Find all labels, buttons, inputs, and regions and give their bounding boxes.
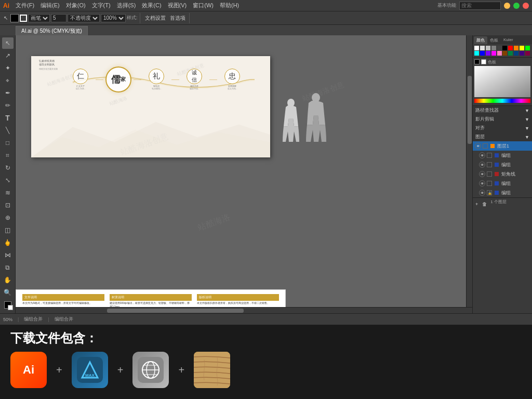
pencil-tool[interactable]: ✏	[2, 100, 14, 111]
layer-lock-icon-1[interactable]	[483, 143, 488, 149]
pen-tool[interactable]: ✒	[2, 87, 14, 99]
swatch-purple[interactable]	[520, 51, 524, 56]
layer-row-6[interactable]: 👁 🔒 编组	[473, 188, 532, 197]
stroke-color-btn[interactable]	[20, 15, 27, 22]
hand-tool[interactable]: ✋	[2, 274, 14, 286]
delete-layer-btn[interactable]: 🗑	[481, 199, 488, 209]
h-scroll-thumb[interactable]	[107, 309, 244, 313]
layer-lock-icon-5[interactable]	[487, 181, 492, 186]
align-header[interactable]: 对齐 ▼	[473, 124, 532, 132]
selection-tool[interactable]: ↖	[2, 37, 14, 49]
swatch-white[interactable]	[474, 46, 479, 50]
vertical-scrollbar[interactable]	[466, 35, 472, 307]
swatch-darkgray[interactable]	[497, 46, 502, 50]
menu-help[interactable]: 帮助(H)	[220, 2, 239, 9]
swatch-pink[interactable]	[497, 51, 502, 56]
eyedropper-tool[interactable]: 🖕	[2, 237, 14, 248]
swatch-brown[interactable]	[502, 51, 507, 56]
doc-setup-btn[interactable]: 文档设置	[143, 13, 167, 23]
layer-lock-icon-4[interactable]	[487, 171, 492, 177]
canvas-area[interactable]: 弘扬传统美德 倡导文明新风 传统文化主题文化墙 仁 仁义天下 以仁为	[16, 35, 472, 313]
new-layer-btn[interactable]: +	[474, 199, 480, 209]
swatch-lightgray[interactable]	[480, 46, 485, 50]
swatch-blue[interactable]	[480, 51, 485, 56]
menu-view[interactable]: 视图(V)	[168, 2, 187, 9]
rect-tool[interactable]: □	[2, 137, 14, 149]
layer-eye-icon-4[interactable]: 👁	[479, 171, 485, 177]
line-tool[interactable]: ╲	[2, 125, 14, 136]
maximize-button[interactable]	[513, 3, 520, 9]
gradient-picker[interactable]	[474, 66, 530, 97]
warp-tool[interactable]: ≋	[2, 187, 14, 198]
rotate-tool[interactable]: ↻	[2, 162, 14, 174]
brush-tool[interactable]: ⌗	[2, 150, 14, 161]
layer-row-5[interactable]: 👁 编组	[473, 179, 532, 188]
stroke-width-input[interactable]	[51, 14, 66, 22]
layer-row-4[interactable]: 👁 矩角线	[473, 169, 532, 179]
swatch-red[interactable]	[508, 46, 513, 50]
select-tool-btn[interactable]: ↖	[2, 13, 9, 23]
hue-slider[interactable]	[474, 99, 530, 103]
swatch-violet[interactable]	[486, 51, 490, 56]
mode-select[interactable]: 不透明度	[68, 14, 100, 22]
swatch-silver[interactable]	[486, 46, 490, 50]
layer-eye-icon-2[interactable]: 👁	[479, 152, 485, 158]
swatch-gray[interactable]	[491, 46, 496, 50]
layer-eye-icon-5[interactable]: 👁	[479, 180, 485, 187]
stroke-select[interactable]: 画笔	[28, 14, 50, 22]
swatches-tab[interactable]: 色板	[487, 36, 501, 44]
swatch-darkred[interactable]	[525, 51, 530, 56]
layer-lock-icon-6[interactable]: 🔒	[487, 190, 492, 195]
layer-eye-icon-3[interactable]: 👁	[479, 162, 485, 168]
swatch-darkgreen[interactable]	[508, 51, 513, 56]
background-color-mini[interactable]	[481, 59, 486, 64]
swatch-cyan[interactable]	[474, 51, 479, 56]
menu-effect[interactable]: 效果(C)	[142, 2, 161, 9]
foreground-color-mini[interactable]	[474, 59, 480, 64]
v-scroll-thumb[interactable]	[468, 76, 472, 144]
movie-clip-header[interactable]: 影片剪辑 ▼	[473, 115, 532, 124]
stroke-box[interactable]	[8, 305, 13, 310]
menu-file[interactable]: 文件(F)	[16, 2, 34, 9]
opacity-select[interactable]: 100%	[101, 14, 126, 22]
first-view-btn[interactable]: 首选项	[168, 13, 187, 23]
color-tab[interactable]: 颜色	[474, 36, 487, 44]
document-tab[interactable]: AI.ai @ 50% (CMYK/预览)	[16, 26, 88, 35]
lasso-tool[interactable]: ⌖	[2, 75, 14, 86]
horizontal-scrollbar[interactable]	[16, 307, 472, 313]
swatch-yellow[interactable]	[520, 46, 524, 50]
menu-object[interactable]: 对象(O)	[66, 2, 86, 9]
swatch-green[interactable]	[525, 46, 530, 50]
menu-select[interactable]: 选择(S)	[117, 2, 136, 9]
menu-window[interactable]: 窗口(W)	[193, 2, 214, 9]
swatch-black[interactable]	[502, 46, 507, 50]
shape-builder-tool[interactable]: ⊕	[2, 212, 14, 223]
menu-edit[interactable]: 编辑(E)	[41, 2, 60, 9]
fill-box[interactable]	[4, 301, 11, 309]
direct-selection-tool[interactable]: ↗	[2, 50, 14, 61]
fill-color-btn[interactable]	[10, 14, 19, 22]
swatch-orange[interactable]	[514, 46, 518, 50]
menu-text[interactable]: 文字(T)	[92, 2, 111, 9]
text-tool[interactable]: T	[2, 112, 14, 124]
minimize-button[interactable]	[504, 3, 510, 9]
slice-tool[interactable]: ⧉	[2, 262, 14, 273]
pathfinder-header[interactable]: 路径查找器 ▼	[473, 106, 532, 115]
close-button[interactable]	[523, 3, 529, 9]
layers-header[interactable]: 图层 ▼	[473, 132, 532, 141]
search-input[interactable]	[459, 2, 501, 10]
magic-wand-tool[interactable]: ✦	[2, 62, 14, 74]
scale-tool[interactable]: ⤡	[2, 175, 14, 186]
layer-lock-icon-3[interactable]	[487, 162, 492, 167]
layer-eye-icon-1[interactable]: 👁	[475, 143, 481, 149]
layer-eye-icon-6[interactable]: 👁	[479, 190, 485, 196]
zoom-tool[interactable]: 🔍	[2, 287, 14, 298]
swatch-navyblue[interactable]	[514, 51, 518, 56]
layer-row-1[interactable]: 👁 图层1	[473, 141, 532, 151]
swatch-magenta[interactable]	[491, 51, 496, 56]
layer-row-3[interactable]: 👁 编组	[473, 160, 532, 169]
blend-tool[interactable]: ⋈	[2, 249, 14, 261]
layer-row-2[interactable]: 👁 编组	[473, 151, 532, 160]
kuler-tab[interactable]: Kuler	[501, 36, 516, 44]
gradient-tool[interactable]: ◫	[2, 224, 14, 236]
